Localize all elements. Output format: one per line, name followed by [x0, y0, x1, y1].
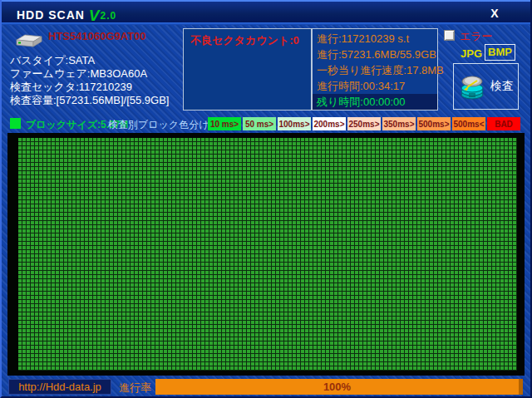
legend-chip-over500ms: 500ms< [452, 117, 485, 130]
scan-block-grid [18, 138, 517, 371]
drive-model: HTS541060G9AT00 [48, 30, 146, 42]
progress-stats-panel: 進行:117210239 s.t 進行:57231.6MB/55.9GB 一秒当… [312, 28, 438, 111]
latency-legend: 10 ms> 50 ms> 100ms> 200ms> 250ms> 350ms… [208, 117, 520, 130]
progress-speed: 一秒当り進行速度:17.8MB [313, 62, 437, 78]
bad-sector-count: 不良セクタカウント:0 [190, 33, 299, 48]
legend-chip-50ms: 50 ms> [243, 117, 276, 130]
title-bar: HDD SCAN V2.0 X [2, 0, 530, 22]
legend-chip-350ms: 350ms> [382, 117, 416, 130]
error-checkbox-label: エラー [460, 29, 493, 44]
app-title-text: HDD SCAN [17, 8, 85, 22]
jpg-button[interactable]: JPG [461, 47, 482, 60]
drive-capacity: 検査容量:[57231.56MB]/[55.9GB] [10, 93, 169, 108]
progress-percent: 100% [323, 381, 351, 393]
hdd-data-link[interactable]: http://Hdd-data.jp [8, 379, 111, 395]
bad-sector-panel: 不良セクタカウント:0 [183, 28, 312, 111]
progress-sectors: 進行:117210239 s.t [313, 31, 437, 47]
hdd-icon [13, 33, 43, 52]
current-block-color-swatch [10, 118, 21, 129]
titlebar-divider [2, 22, 530, 25]
scan-hdd-icon [459, 71, 487, 102]
version-number: 2.0 [100, 10, 116, 22]
legend-chip-250ms: 250ms> [347, 117, 381, 130]
legend-chip-10ms: 10 ms> [208, 117, 241, 130]
progress-size: 進行:57231.6MB/55.9GB [313, 47, 437, 62]
close-button[interactable]: X [485, 6, 504, 21]
legend-chip-500ms: 500ms> [417, 117, 451, 130]
progress-bar: 100% [155, 379, 523, 395]
scan-button[interactable]: 検査 [453, 63, 519, 110]
bmp-button[interactable]: BMP [485, 44, 515, 61]
legend-chip-100ms: 100ms> [278, 117, 311, 130]
error-checkbox[interactable] [444, 30, 455, 41]
scan-grid-panel [7, 133, 525, 376]
legend-title: 検査別ブロック色分け： [108, 118, 219, 132]
legend-chip-bad: BAD [487, 117, 520, 130]
scan-button-label: 検査 [490, 79, 514, 94]
progress-remaining-time: 残り時間:00:00:00 [313, 94, 437, 110]
legend-chip-200ms: 200ms> [313, 117, 346, 130]
hdd-scan-window: HDD SCAN V2.0 X HTS541060G9AT00 バスタイプ:SA… [0, 0, 532, 398]
version-v: V [89, 7, 101, 24]
progress-elapsed-time: 進行時間:00:34:17 [313, 78, 437, 94]
